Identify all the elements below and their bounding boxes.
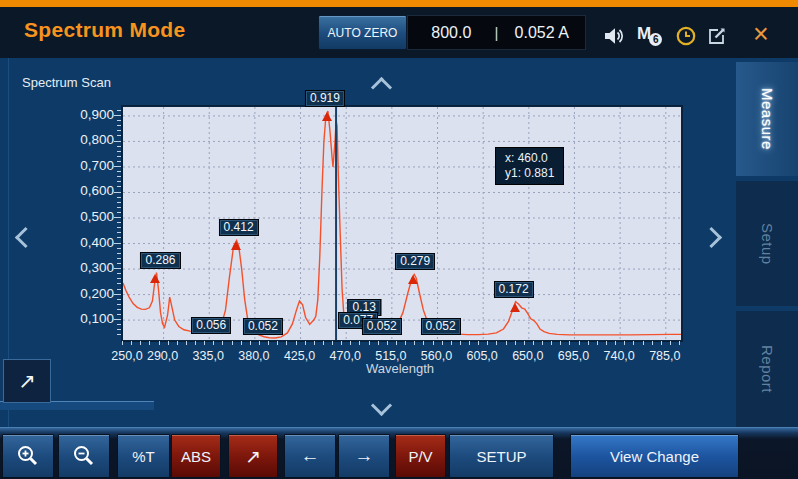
x-tick-label: 250,0	[111, 349, 142, 363]
x-tick	[606, 341, 607, 345]
peak-value-label: 0.172	[494, 281, 534, 298]
x-tick	[487, 341, 488, 345]
y-tick	[117, 125, 121, 126]
x-tick	[433, 341, 434, 345]
x-tick	[569, 341, 570, 345]
y-tick	[117, 334, 121, 335]
percent-t-button[interactable]: %T	[117, 434, 170, 478]
x-tick	[341, 341, 342, 345]
spectrum-chart[interactable]	[122, 106, 682, 341]
x-tick	[506, 341, 507, 345]
chevron-up-icon[interactable]	[371, 77, 392, 98]
x-tick	[314, 341, 315, 345]
x-tick	[277, 341, 278, 345]
x-tick-label: 650,0	[512, 349, 543, 363]
valley-value-label: 0.052	[362, 318, 402, 335]
cursor-tooltip: x: 460.0 y1: 0.881	[495, 147, 564, 185]
zoom-out-button[interactable]	[58, 434, 110, 478]
y-tick	[114, 243, 121, 244]
y-tick	[117, 304, 121, 305]
chart-canvas	[123, 107, 681, 340]
pv-button[interactable]: P/V	[395, 434, 446, 478]
y-tick	[117, 283, 121, 284]
x-tick	[478, 341, 479, 345]
y-tick	[117, 329, 121, 330]
y-tick	[117, 110, 121, 111]
y-tick	[117, 314, 121, 315]
y-tick	[117, 135, 121, 136]
chevron-down-icon[interactable]	[371, 395, 392, 416]
x-tick	[551, 341, 552, 345]
tab-setup[interactable]: Setup	[736, 181, 798, 306]
y-tick	[114, 115, 121, 116]
x-tick	[241, 341, 242, 345]
zoom-in-button[interactable]	[2, 434, 54, 478]
clock-icon[interactable]	[676, 26, 696, 50]
x-tick	[624, 341, 625, 345]
move-right-button[interactable]: →	[338, 434, 390, 478]
x-tick	[204, 341, 205, 345]
expand-chart-button[interactable]: ↗	[3, 359, 51, 403]
y-tick	[117, 227, 121, 228]
edit-icon[interactable]	[707, 26, 727, 50]
view-change-button[interactable]: View Change	[570, 434, 739, 478]
y-tick-label: 0,600	[36, 183, 114, 198]
x-tick	[250, 341, 251, 345]
x-tick	[332, 341, 333, 345]
x-tick	[186, 341, 187, 345]
y-tick	[117, 248, 121, 249]
header-bar: Spectrum Mode AUTO ZERO 800.0 | 0.052 A …	[0, 7, 798, 59]
wavelength-abs-readout: 800.0 | 0.052 A	[407, 15, 586, 50]
abs-button[interactable]: ABS	[171, 434, 221, 478]
auto-zero-button[interactable]: AUTO ZERO	[318, 15, 407, 50]
x-tick	[524, 341, 525, 345]
x-tick-label: 290,0	[147, 349, 178, 363]
x-tick	[615, 341, 616, 345]
x-tick	[643, 341, 644, 345]
wavelength-readout: 800.0	[408, 24, 495, 42]
move-left-button[interactable]: ←	[284, 434, 336, 478]
x-axis-title: Wavelength	[366, 361, 434, 376]
y-tick-label: 0,500	[36, 209, 114, 224]
x-tick	[396, 341, 397, 345]
y-tick	[117, 253, 121, 254]
y-tick	[117, 171, 121, 172]
y-tick	[117, 186, 121, 187]
y-tick	[117, 207, 121, 208]
y-tick-label: 0,400	[36, 235, 114, 250]
close-icon[interactable]: ×	[753, 22, 769, 46]
y-tick	[117, 202, 121, 203]
y-tick	[114, 319, 121, 320]
y-tick	[117, 151, 121, 152]
x-tick	[122, 341, 123, 345]
x-tick	[177, 341, 178, 345]
chevron-right-icon[interactable]	[701, 227, 722, 248]
x-tick	[533, 341, 534, 345]
x-tick-label: 605,0	[467, 349, 498, 363]
x-tick	[232, 341, 233, 345]
x-tick	[369, 341, 370, 345]
x-tick	[195, 341, 196, 345]
x-tick	[588, 341, 589, 345]
x-tick	[305, 341, 306, 345]
spectrum-curve	[123, 111, 681, 338]
x-tick-label: 470,0	[330, 349, 361, 363]
chevron-left-icon[interactable]	[15, 227, 36, 248]
x-tick	[442, 341, 443, 345]
y-tick	[117, 181, 121, 182]
x-tick	[213, 341, 214, 345]
bottom-toolbar: %T ABS ↗ ← → P/V SETUP View Change	[0, 427, 798, 479]
speaker-icon[interactable]	[604, 27, 626, 49]
tab-measure[interactable]: Measure	[736, 62, 798, 176]
peak-marker	[322, 112, 332, 121]
magnifier-plus-icon	[15, 443, 41, 469]
trace-arrow-button[interactable]: ↗	[228, 434, 278, 478]
x-tick	[679, 341, 680, 345]
tab-report[interactable]: Report	[736, 311, 798, 427]
x-tick	[633, 341, 634, 345]
peak-marker	[510, 303, 520, 312]
x-tick-label: 695,0	[558, 349, 589, 363]
setup-button[interactable]: SETUP	[449, 434, 554, 478]
tooltip-y-value: y1: 0.881	[505, 166, 554, 181]
x-tick	[670, 341, 671, 345]
